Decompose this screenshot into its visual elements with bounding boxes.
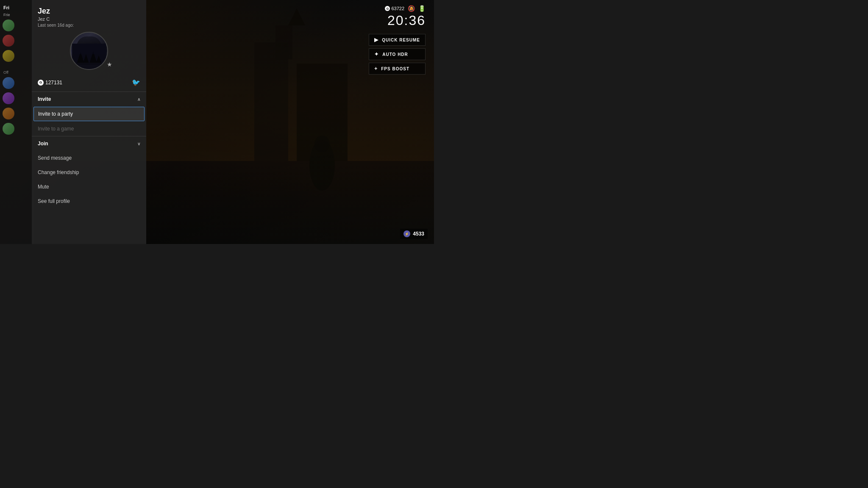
avatar-7 [3,123,14,135]
gamerscore-display: G 127131 [38,80,62,86]
hud-gamerscore: G 63722 [385,6,404,11]
sidebar-friend-item-7[interactable] [0,121,34,136]
profile-last-seen: Last seen 16d ago: [38,23,140,28]
sidebar-offline-label: Off [0,68,34,75]
profile-avatar-container: ★ [38,32,140,70]
profile-stats-row: G 127131 🐦 [32,78,146,92]
bottom-right-badge: ⚡ 4533 [400,229,428,239]
avatar-4 [3,77,14,89]
auto-hdr-icon: ✦ [374,51,379,57]
sidebar: Fri Frie Off [0,0,34,244]
avatar-2 [3,35,14,47]
star-badge: ★ [107,61,112,68]
gamerscore-value: 127131 [45,80,62,86]
sidebar-friend-item-2[interactable] [0,33,34,48]
sidebar-friend-item-1[interactable] [0,18,34,33]
avatar-3 [3,50,14,62]
auto-hdr-button[interactable]: ✦ AUTO HDR [369,48,426,60]
bell-muted-icon: 🔕 [408,5,415,12]
invite-section-label: Invite [38,96,51,102]
profile-gamertag: Jez C [38,17,140,22]
auto-hdr-label: AUTO HDR [382,52,408,57]
avatar-art [72,44,106,69]
battery-icon: 🔋 [418,5,426,12]
svg-point-7 [314,136,330,152]
gamerscore-g-icon: G [38,80,44,86]
mute-label: Mute [38,184,49,190]
see-full-profile-label: See full profile [38,198,70,204]
invite-to-party-label: Invite to a party [38,111,73,117]
hud-g-icon: G [385,6,390,11]
quick-resume-label: QUICK RESUME [382,38,420,42]
hud-gamerscore-value: 63722 [391,6,404,11]
invite-to-game-item[interactable]: Invite to a game [32,122,146,136]
fps-boost-icon: + [374,66,378,72]
avatar-1 [3,19,14,31]
svg-rect-1 [254,42,288,169]
sidebar-friend-item-3[interactable] [0,48,34,64]
send-message-label: Send message [38,155,72,161]
invite-to-party-item[interactable]: Invite to a party [33,107,145,121]
mute-item[interactable]: Mute [32,180,146,194]
join-chevron-down: ∨ [137,141,140,146]
change-friendship-item[interactable]: Change friendship [32,165,146,180]
invite-section-header[interactable]: Invite ∧ [32,92,146,106]
badge-number: 4533 [413,231,424,237]
svg-rect-13 [72,63,106,69]
avatar-5 [3,92,14,104]
quick-resume-icon: ▶ [374,37,378,43]
sidebar-friend-item-4[interactable] [0,75,34,91]
fps-boost-label: FPS BOOST [381,67,409,71]
sidebar-title: Fri [0,3,34,12]
see-full-profile-item[interactable]: See full profile [32,194,146,208]
sidebar-subtitle: Frie [0,12,34,18]
svg-rect-14 [72,44,106,54]
join-section: Join ∨ [32,136,146,151]
sidebar-friend-item-6[interactable] [0,106,34,121]
profile-name: Jez [38,7,140,16]
profile-avatar [70,32,108,70]
hud-clock: 20:36 [385,14,426,27]
svg-rect-2 [275,25,292,59]
invite-to-game-label: Invite to a game [38,126,74,132]
hud-top-right: G 63722 🔕 🔋 20:36 [385,5,426,27]
avatar-6 [3,108,14,119]
hud-status-row: G 63722 🔕 🔋 [385,5,426,12]
invite-section: Invite ∧ Invite to a party Invite to a g… [32,92,146,136]
fps-boost-button[interactable]: + FPS BOOST [369,63,426,75]
change-friendship-label: Change friendship [38,169,79,175]
twitter-icon[interactable]: 🐦 [132,78,140,86]
send-message-item[interactable]: Send message [32,151,146,165]
invite-chevron-up: ∧ [137,97,140,102]
sidebar-friend-item-5[interactable] [0,91,34,106]
profile-header: Jez Jez C Last seen 16d ago: [32,0,146,78]
join-section-header[interactable]: Join ∨ [32,136,146,151]
badge-icon: ⚡ [403,230,410,237]
quick-resume-button[interactable]: ▶ QUICK RESUME [369,34,426,46]
join-section-label: Join [38,141,48,147]
hud-actions: ▶ QUICK RESUME ✦ AUTO HDR + FPS BOOST [369,34,426,75]
profile-panel: Jez Jez C Last seen 16d ago: [32,0,146,244]
